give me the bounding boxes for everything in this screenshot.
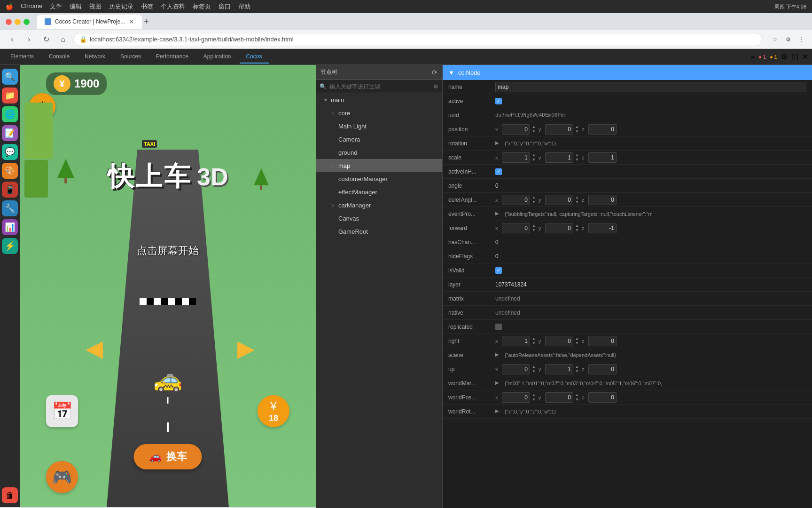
menu-window[interactable]: 窗口 <box>219 2 231 11</box>
right-y-input[interactable] <box>545 336 573 346</box>
menu-view[interactable]: 视图 <box>89 2 102 11</box>
devtools-network-tab[interactable]: Network <box>78 50 112 64</box>
position-z-input[interactable] <box>588 124 617 135</box>
menu-file[interactable]: 文件 <box>50 2 62 11</box>
right-z-input[interactable] <box>588 336 617 346</box>
sidebar-app2-icon[interactable]: 🌐 <box>2 106 18 122</box>
activeinh-checkbox[interactable]: ✓ <box>495 168 502 175</box>
sidebar-trash-icon[interactable]: 🗑 <box>2 487 18 503</box>
right-y-spinner[interactable]: ▲▼ <box>575 336 579 346</box>
worldpos-x-spinner[interactable]: ▲▼ <box>532 393 536 402</box>
new-tab-button[interactable]: + <box>144 17 149 27</box>
refresh-icon[interactable]: ⟳ <box>432 69 437 76</box>
isvalid-checkbox[interactable]: ✓ <box>495 267 502 274</box>
sidebar-app7-icon[interactable]: 🔧 <box>2 200 18 216</box>
sidebar-app8-icon[interactable]: 📊 <box>2 219 18 235</box>
eventpro-expand-icon[interactable]: ▶ <box>495 211 502 217</box>
apple-icon[interactable]: 🍎 <box>6 3 13 10</box>
tree-node-mainlight[interactable]: Main Light <box>316 119 442 133</box>
calendar-button[interactable]: 📅 <box>46 395 78 427</box>
address-bar[interactable]: 🔒 localhost:63342/example-case/3.3.1-tax… <box>73 33 762 46</box>
up-y-spinner[interactable]: ▲▼ <box>575 365 579 374</box>
up-y-input[interactable] <box>545 364 573 374</box>
component-expand-icon[interactable]: ▼ <box>448 69 454 76</box>
forward-y-input[interactable] <box>545 223 573 233</box>
tree-node-main[interactable]: ▼ main <box>316 93 442 106</box>
euler-y-input[interactable] <box>545 195 573 205</box>
sidebar-finder-icon[interactable]: 🔍 <box>2 69 18 85</box>
sidebar-app6-icon[interactable]: 📱 <box>2 182 18 198</box>
worldpos-y-spinner[interactable]: ▲▼ <box>575 393 579 402</box>
sidebar-app9-icon[interactable]: ⚡ <box>2 238 18 254</box>
sidebar-app5-icon[interactable]: 🎨 <box>2 163 18 179</box>
position-y-spinner[interactable]: ▲▼ <box>575 125 579 134</box>
replicated-checkbox[interactable] <box>495 324 502 330</box>
scale-x-spinner[interactable]: ▲▼ <box>532 153 536 162</box>
up-z-input[interactable] <box>588 364 617 374</box>
tree-node-carmanager[interactable]: ▷ carManager <box>316 198 442 212</box>
right-arrow-button[interactable]: ▶ <box>237 335 255 361</box>
sidebar-app4-icon[interactable]: 💬 <box>2 144 18 160</box>
prop-input-name[interactable] <box>495 82 806 92</box>
tree-node-camera[interactable]: Camera <box>316 133 442 146</box>
back-button[interactable]: ‹ <box>6 33 19 46</box>
search-filter-icon[interactable]: ⚙ <box>433 83 438 90</box>
reload-button[interactable]: ↻ <box>39 33 53 46</box>
star-icon[interactable]: ☆ <box>770 34 780 45</box>
menu-bookmarks[interactable]: 书签 <box>141 2 153 11</box>
devtools-console-tab[interactable]: Console <box>42 50 76 64</box>
devtools-settings-icon[interactable]: ⚙ <box>781 52 788 61</box>
worldrot-expand-icon[interactable]: ▶ <box>495 408 502 415</box>
forward-z-input[interactable] <box>588 223 617 233</box>
worldpos-x-input[interactable] <box>502 392 530 403</box>
menu-chrome[interactable]: Chrome <box>21 2 42 11</box>
tree-node-gameroot[interactable]: GameRoot <box>316 225 442 238</box>
close-button[interactable] <box>6 19 12 25</box>
right-x-spinner[interactable]: ▲▼ <box>532 336 536 346</box>
devtools-application-tab[interactable]: Application <box>197 50 238 64</box>
forward-x-input[interactable] <box>502 223 530 233</box>
devtools-sources-tab[interactable]: Sources <box>114 50 148 64</box>
extensions-icon[interactable]: ⚙ <box>783 34 793 45</box>
active-tab[interactable]: Cocos Creator | NewProje... ✕ <box>37 15 142 29</box>
tree-node-core[interactable]: ▷ core <box>316 106 442 119</box>
menu-help[interactable]: 帮助 <box>238 2 250 11</box>
scale-y-input[interactable] <box>545 152 573 163</box>
menu-history[interactable]: 历史记录 <box>109 2 133 11</box>
worldpos-z-input[interactable] <box>588 392 617 403</box>
sidebar-app1-icon[interactable]: 📁 <box>2 87 18 103</box>
position-x-input[interactable] <box>502 124 530 135</box>
tree-node-ground[interactable]: ground <box>316 146 442 159</box>
home-button[interactable]: ⌂ <box>56 33 70 46</box>
forward-y-spinner[interactable]: ▲▼ <box>575 223 579 233</box>
menu-tabs[interactable]: 标签页 <box>193 2 211 11</box>
right-x-input[interactable] <box>502 336 530 346</box>
prop-value-name[interactable] <box>495 82 806 92</box>
position-y-input[interactable] <box>545 124 573 135</box>
search-input[interactable] <box>329 83 430 90</box>
tree-node-map[interactable]: ▷ map <box>316 159 442 172</box>
euler-x-input[interactable] <box>502 195 530 205</box>
maximize-button[interactable] <box>23 19 30 25</box>
scale-x-input[interactable] <box>502 152 530 163</box>
devtools-close-icon[interactable]: ✕ <box>802 52 808 61</box>
game-viewport[interactable]: TAXI 快上车 3D ¥ 1900 ⚙ 点击屏幕开始 ◀ ▶ 🚕 📅 <box>20 65 316 507</box>
devtools-elements-tab[interactable]: Elements <box>4 50 40 64</box>
up-x-input[interactable] <box>502 364 530 374</box>
up-x-spinner[interactable]: ▲▼ <box>532 365 536 374</box>
position-x-spinner[interactable]: ▲▼ <box>532 125 536 134</box>
rotation-expand-icon[interactable]: ▶ <box>495 140 502 147</box>
forward-button[interactable]: › <box>23 33 36 46</box>
worldmat-expand-icon[interactable]: ▶ <box>495 380 502 387</box>
euler-x-spinner[interactable]: ▲▼ <box>532 195 536 205</box>
devtools-cocos-tab[interactable]: Cocos <box>240 50 269 64</box>
minimize-button[interactable] <box>15 19 21 25</box>
tab-close-icon[interactable]: ✕ <box>129 18 134 25</box>
euler-y-spinner[interactable]: ▲▼ <box>575 195 579 205</box>
devtools-dock-icon[interactable]: ◫ <box>791 52 798 61</box>
sidebar-app3-icon[interactable]: 📝 <box>2 125 18 141</box>
euler-z-input[interactable] <box>588 195 617 205</box>
more-icon[interactable]: ⋮ <box>796 34 806 45</box>
coin-bag-button[interactable]: ¥ 18 <box>258 395 289 427</box>
menu-profile[interactable]: 个人资料 <box>161 2 185 11</box>
